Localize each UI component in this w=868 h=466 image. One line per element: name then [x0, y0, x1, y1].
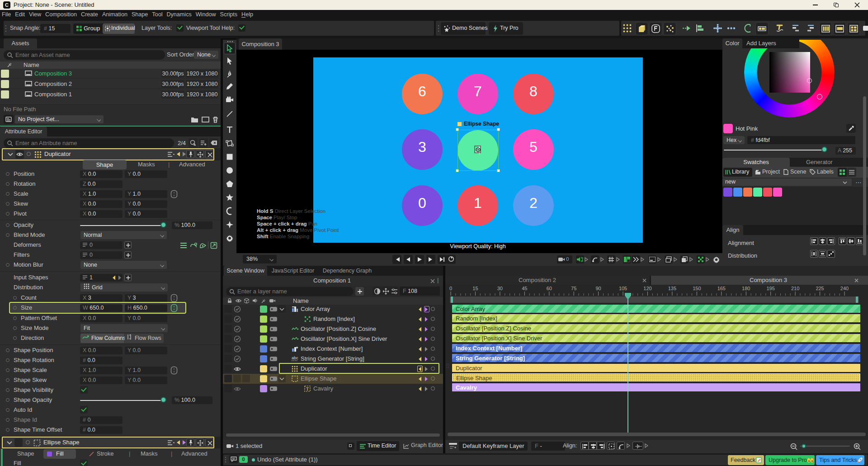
svg-text:T: T	[306, 386, 309, 391]
svg-text:abc: abc	[292, 356, 298, 360]
